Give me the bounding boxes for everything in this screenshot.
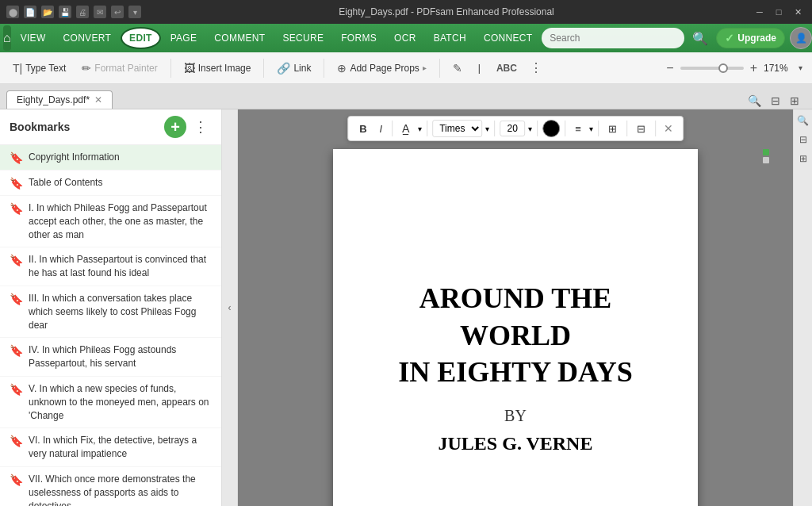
align-dropdown-icon[interactable]: ▾ — [589, 125, 593, 133]
panel-toggle-btn[interactable]: ⊟ — [768, 93, 783, 109]
bookmark-icon: 🔖 — [10, 383, 22, 396]
menu-forms[interactable]: FORMS — [333, 27, 385, 49]
collapse-panel-btn[interactable]: ‹ — [222, 109, 238, 506]
menu-convert[interactable]: CONVERT — [56, 27, 120, 49]
zoom-value[interactable]: 171% — [764, 63, 792, 74]
add-page-props-btn[interactable]: ⊕ Add Page Props ▸ — [331, 59, 432, 78]
abc-btn[interactable]: ABC — [490, 59, 523, 77]
zoom-slider[interactable] — [680, 67, 744, 70]
align-btn[interactable]: ≡ — [570, 121, 586, 137]
insert-image-icon: 🖼 — [184, 62, 195, 75]
bookmark-icon: 🔖 — [10, 254, 22, 266]
bookmark-item[interactable]: 🔖 VI. In which Fix, the detective, betra… — [0, 428, 221, 467]
link-btn[interactable]: 🔗 Link — [270, 59, 317, 78]
more-icon: | — [478, 63, 481, 74]
tab-close-btn[interactable]: ✕ — [94, 94, 102, 105]
open-icon[interactable]: 📂 — [41, 6, 54, 18]
type-text-btn[interactable]: T| Type Text — [6, 59, 72, 78]
overflow-btn[interactable]: ⋮ — [527, 57, 546, 79]
titlebar-quick-access: 📄 📂 💾 🖨 ✉ ↩ ▾ — [24, 6, 141, 18]
bookmark-item[interactable]: 🔖 III. In which a conversation takes pla… — [0, 286, 221, 338]
sidebar-title: Bookmarks — [10, 121, 70, 133]
columns-btn[interactable]: ⊞ — [787, 93, 802, 109]
bookmark-item[interactable]: 🔖 II. In which Passepartout is convinced… — [0, 247, 221, 286]
font-name-select[interactable]: Times — [432, 120, 482, 137]
bookmark-item[interactable]: 🔖 I. In which Phileas Fogg and Passepart… — [0, 196, 221, 247]
undo-icon[interactable]: ↩ — [111, 6, 124, 18]
italic-btn[interactable]: I — [375, 121, 388, 137]
tab-eighty-days[interactable]: Eighty_Days.pdf* ✕ — [6, 90, 113, 109]
search-icon-btn[interactable]: 🔍 — [689, 27, 711, 49]
text-toolbar-divider-5 — [565, 121, 565, 136]
pdf-author: JULES G. VERNE — [439, 433, 593, 454]
menu-view[interactable]: VIEW — [13, 27, 54, 49]
zoom-in-btn[interactable]: + — [747, 59, 760, 77]
bookmark-text: V. In which a new species of funds, unkn… — [29, 382, 212, 422]
text-toolbar-divider-1 — [392, 121, 393, 136]
right-panel-search-btn[interactable]: 🔍 — [795, 113, 811, 128]
more-btn[interactable]: | — [472, 59, 487, 77]
font-name-dropdown-icon[interactable]: ▾ — [485, 125, 489, 133]
bold-btn[interactable]: B — [354, 121, 371, 137]
edit-icon-btn[interactable]: ✎ — [446, 59, 469, 78]
bookmark-icon: 🔖 — [10, 151, 22, 164]
search-input[interactable] — [542, 28, 684, 48]
link-label: Link — [293, 63, 311, 74]
bookmark-text: I. In which Phileas Fogg and Passepartou… — [29, 201, 212, 241]
bookmark-item[interactable]: 🔖 Table of Contents — [0, 171, 221, 196]
pdf-by-label: BY — [504, 407, 527, 425]
bookmark-item[interactable]: 🔖 V. In which a new species of funds, un… — [0, 377, 221, 428]
right-panel-columns-btn[interactable]: ⊞ — [795, 151, 811, 167]
home-btn[interactable]: ⌂ — [3, 25, 11, 51]
bookmark-text: VII. Which once more demonstrates the us… — [29, 473, 212, 506]
bookmark-list: 🔖 Copyright Information 🔖 Table of Conte… — [0, 145, 221, 506]
advanced-btn[interactable]: ⊟ — [632, 121, 650, 137]
dropdown-icon[interactable]: ▾ — [128, 6, 141, 18]
highlight-dropdown-icon[interactable]: ▾ — [418, 125, 422, 133]
print-icon[interactable]: 🖨 — [76, 6, 89, 18]
text-toolbar-divider-3 — [494, 121, 495, 136]
close-text-toolbar-btn[interactable]: ✕ — [661, 121, 676, 136]
save-icon[interactable]: 💾 — [59, 6, 71, 18]
bookmarks-options-btn[interactable]: ⋮ — [190, 116, 212, 138]
mail-icon[interactable]: ✉ — [94, 6, 106, 18]
bookmark-item[interactable]: 🔖 IV. In which Phileas Fogg astounds Pas… — [0, 338, 221, 377]
new-icon[interactable]: 📄 — [24, 6, 36, 18]
add-page-props-icon: ⊕ — [337, 62, 347, 75]
zoom-dropdown-icon[interactable]: ▾ — [795, 62, 806, 74]
text-color-btn[interactable] — [542, 120, 560, 137]
zoom-out-btn[interactable]: − — [663, 59, 676, 77]
menu-edit[interactable]: EDIT — [121, 27, 161, 49]
minimize-btn[interactable]: ─ — [752, 4, 768, 20]
menubar: ⌂ VIEW CONVERT EDIT PAGE COMMENT SECURE … — [0, 24, 812, 52]
menu-batch[interactable]: BATCH — [426, 27, 474, 49]
toolbar-divider-2 — [263, 59, 264, 78]
more-formatting-btn[interactable]: ⊞ — [603, 121, 622, 137]
right-panel-layout-btn[interactable]: ⊟ — [795, 132, 811, 148]
text-toolbar-divider-6 — [598, 121, 599, 136]
add-bookmark-btn[interactable]: + — [164, 116, 186, 138]
font-size-dropdown-icon[interactable]: ▾ — [528, 125, 532, 133]
search-pdf-btn[interactable]: 🔍 — [745, 93, 764, 109]
bookmark-text: II. In which Passepartout is convinced t… — [29, 253, 212, 280]
page-indicator-dot-1[interactable] — [763, 149, 769, 155]
highlight-btn[interactable]: A̲ — [397, 120, 415, 137]
close-btn[interactable]: ✕ — [790, 4, 806, 20]
font-size-input[interactable] — [500, 121, 525, 136]
insert-image-btn[interactable]: 🖼 Insert Image — [178, 59, 258, 78]
upgrade-btn[interactable]: ✓ Upgrade — [716, 28, 785, 48]
page-indicator — [763, 149, 769, 163]
menu-ocr[interactable]: OCR — [386, 27, 424, 49]
menu-secure[interactable]: SECURE — [274, 27, 331, 49]
menu-page[interactable]: PAGE — [163, 27, 205, 49]
text-toolbar-divider-4 — [537, 121, 538, 136]
page-indicator-dot-2[interactable] — [763, 157, 769, 163]
menu-connect[interactable]: CONNECT — [476, 27, 540, 49]
format-painter-btn[interactable]: ✏ Format Painter — [75, 59, 163, 78]
bookmark-item[interactable]: 🔖 VII. Which once more demonstrates the … — [0, 467, 221, 506]
maximize-btn[interactable]: □ — [771, 4, 787, 20]
menu-comment[interactable]: COMMENT — [206, 27, 273, 49]
user-avatar[interactable]: 👤 — [790, 27, 812, 49]
sidebar-header: Bookmarks + ⋮ — [0, 109, 221, 145]
bookmark-item[interactable]: 🔖 Copyright Information — [0, 145, 221, 171]
